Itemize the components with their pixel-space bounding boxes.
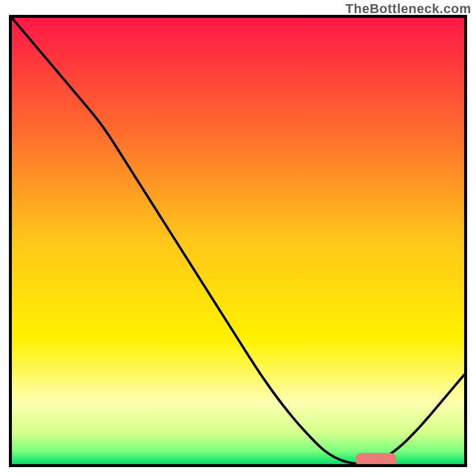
plot-area (9, 15, 467, 467)
optimal-marker (356, 453, 396, 464)
bottleneck-curve (12, 18, 464, 464)
chart-container: TheBottleneck.com (0, 0, 476, 476)
curve-layer (12, 18, 464, 464)
